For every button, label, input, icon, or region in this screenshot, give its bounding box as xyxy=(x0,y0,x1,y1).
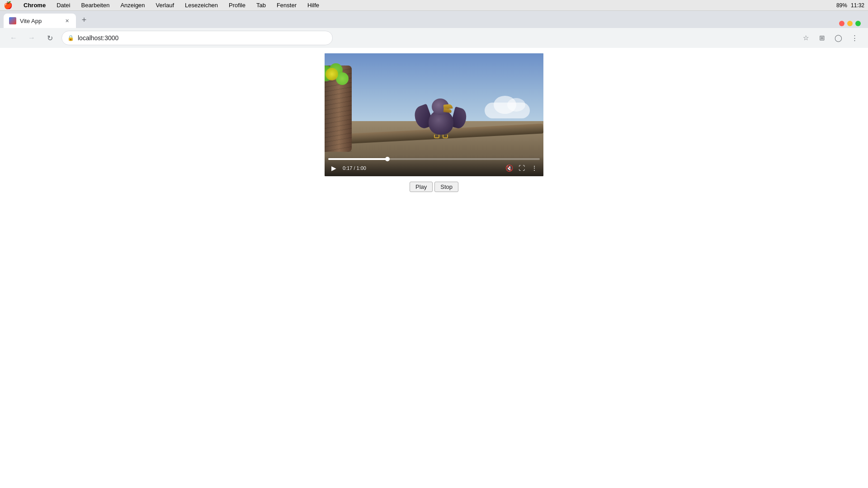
profile-button[interactable]: ◯ xyxy=(832,32,844,44)
progress-bar[interactable] xyxy=(328,158,540,160)
forward-button[interactable]: → xyxy=(25,32,38,44)
menu-anzeigen[interactable]: Anzeigen xyxy=(118,1,146,9)
bird-character xyxy=(422,93,462,138)
menu-tab[interactable]: Tab xyxy=(255,1,268,9)
active-tab[interactable]: Vite App ✕ xyxy=(4,14,76,28)
new-tab-button[interactable]: + xyxy=(78,14,90,26)
security-icon: 🔒 xyxy=(67,35,74,41)
menu-bar: 🍎 Chrome Datei Bearbeiten Anzeigen Verla… xyxy=(0,0,868,11)
video-controls: ▶ 0:17 / 1:00 🔇 ⛶ ⋮ xyxy=(325,156,543,176)
foot-right xyxy=(443,135,448,138)
video-wrapper: ▶ 0:17 / 1:00 🔇 ⛶ ⋮ Play Stop xyxy=(325,53,543,192)
address-bar: ← → ↻ 🔒 localhost:3000 ☆ ⊞ ◯ ⋮ xyxy=(0,28,868,48)
controls-row: ▶ 0:17 / 1:00 🔇 ⛶ ⋮ xyxy=(328,163,540,174)
stop-button[interactable]: Stop xyxy=(434,182,458,192)
menu-profile[interactable]: Profile xyxy=(227,1,247,9)
chrome-window: Vite App ✕ + ← → ↻ 🔒 localhost:3000 ☆ ⊞ … xyxy=(0,11,868,488)
bookmark-button[interactable]: ☆ xyxy=(799,32,812,44)
page-content: ▶ 0:17 / 1:00 🔇 ⛶ ⋮ Play Stop xyxy=(0,48,868,488)
tree-trunk xyxy=(325,66,352,151)
menu-datei[interactable]: Datei xyxy=(55,1,72,9)
tab-bar: Vite App ✕ + xyxy=(0,11,868,28)
toolbar-right: ☆ ⊞ ◯ ⋮ xyxy=(799,32,861,44)
video-player[interactable]: ▶ 0:17 / 1:00 🔇 ⛶ ⋮ xyxy=(325,53,543,176)
right-controls: 🔇 ⛶ ⋮ xyxy=(504,163,540,174)
cloud xyxy=(485,103,530,118)
menu-lesezeichen[interactable]: Lesezeichen xyxy=(183,1,220,9)
foliage xyxy=(325,63,352,90)
progress-dot xyxy=(385,157,390,161)
play-pause-button[interactable]: ▶ xyxy=(328,163,339,174)
time-display: 0:17 / 1:00 xyxy=(343,165,366,171)
clock: 11:32 xyxy=(851,2,864,9)
url-bar[interactable]: 🔒 localhost:3000 xyxy=(61,31,333,45)
tab-favicon xyxy=(9,17,16,24)
apple-menu[interactable]: 🍎 xyxy=(4,1,13,9)
battery-indicator: 89% xyxy=(836,2,847,9)
window-maximize-dot[interactable] xyxy=(855,21,861,26)
fullscreen-button[interactable]: ⛶ xyxy=(516,163,527,174)
back-button[interactable]: ← xyxy=(7,32,20,44)
window-close-dot[interactable] xyxy=(839,21,844,26)
more-options-button[interactable]: ⋮ xyxy=(529,163,540,174)
menu-chrome[interactable]: Chrome xyxy=(22,1,47,9)
mute-button[interactable]: 🔇 xyxy=(504,163,514,174)
menu-verlauf[interactable]: Verlauf xyxy=(154,1,176,9)
video-buttons: Play Stop xyxy=(410,182,458,192)
window-controls xyxy=(839,21,864,26)
progress-fill xyxy=(328,158,387,160)
foot-left xyxy=(434,135,439,138)
window-minimize-dot[interactable] xyxy=(847,21,853,26)
refresh-button[interactable]: ↻ xyxy=(43,32,56,44)
extensions-button[interactable]: ⊞ xyxy=(816,32,828,44)
more-button[interactable]: ⋮ xyxy=(848,32,861,44)
menu-bearbeiten[interactable]: Bearbeiten xyxy=(79,1,111,9)
play-button[interactable]: Play xyxy=(410,182,433,192)
url-text: localhost:3000 xyxy=(78,34,118,42)
bird-feet xyxy=(433,133,449,138)
menu-hilfe[interactable]: Hilfe xyxy=(306,1,321,9)
menubar-right: 89% 11:32 xyxy=(836,2,864,9)
tab-close-button[interactable]: ✕ xyxy=(63,17,71,24)
menu-fenster[interactable]: Fenster xyxy=(275,1,298,9)
tab-title: Vite App xyxy=(20,18,60,24)
